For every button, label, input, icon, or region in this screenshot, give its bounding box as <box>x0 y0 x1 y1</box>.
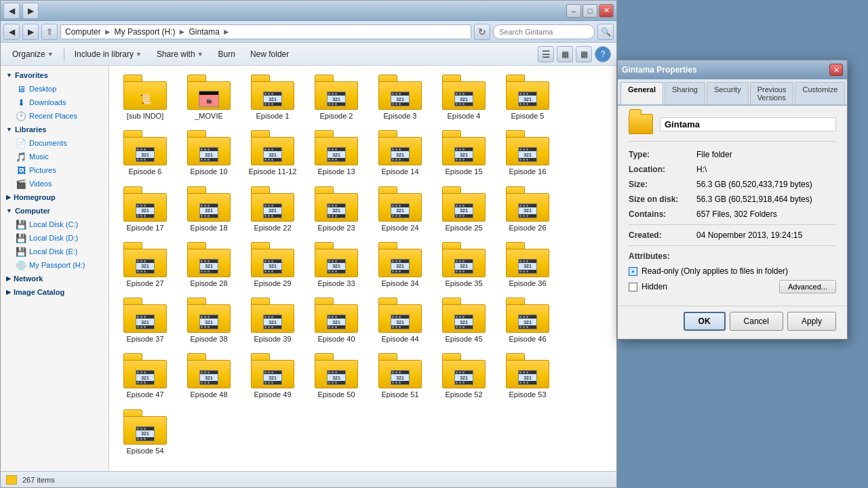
search-button[interactable]: 🔍 <box>597 24 614 40</box>
refresh-button[interactable]: ↻ <box>474 24 490 40</box>
include-in-library-button[interactable]: Include in library ▼ <box>68 45 148 63</box>
list-item[interactable]: 🎬 _MOVIE <box>178 71 239 124</box>
help-button[interactable]: ? <box>595 46 611 62</box>
sidebar-item-downloads[interactable]: ⬇ Downloads <box>1 96 108 109</box>
list-item[interactable]: 321 Episode 14 <box>370 127 431 180</box>
list-item[interactable]: 321 Episode 37 <box>115 294 176 347</box>
list-item[interactable]: 321 Episode 5 <box>497 71 558 124</box>
list-item[interactable]: 321 Episode 18 <box>178 183 239 236</box>
list-item[interactable]: 321 Episode 3 <box>370 71 431 124</box>
share-with-button[interactable]: Share with ▼ <box>151 45 210 63</box>
homegroup-header[interactable]: ▶ Homegroup <box>1 190 108 204</box>
tab-customize[interactable]: Customize <box>795 82 845 104</box>
organize-button[interactable]: Organize ▼ <box>6 45 60 63</box>
list-item[interactable]: 321 Episode 11-12 <box>242 127 303 180</box>
list-item[interactable]: 321 Episode 53 <box>497 350 558 403</box>
forward-button[interactable]: ▶ <box>22 3 39 19</box>
list-item[interactable]: 321 Episode 13 <box>306 127 367 180</box>
computer-header[interactable]: ▼ Computer <box>1 204 108 218</box>
back-nav-button[interactable]: ◀ <box>3 24 20 40</box>
back-button[interactable]: ◀ <box>3 3 20 19</box>
list-item[interactable]: 321 Episode 22 <box>242 183 303 236</box>
list-item[interactable]: 📜 [sub INDO] <box>115 71 176 124</box>
list-item[interactable]: 321 Episode 1 <box>242 71 303 124</box>
advanced-button[interactable]: Advanced... <box>779 280 836 293</box>
favorites-header[interactable]: ▼ Favorites <box>1 68 108 82</box>
folder-label: Episode 50 <box>317 390 355 399</box>
list-item[interactable]: 321 Episode 28 <box>178 239 239 291</box>
list-item[interactable]: 321 Episode 34 <box>370 239 431 291</box>
list-item[interactable]: 321 Episode 54 <box>115 406 176 459</box>
list-item[interactable]: 321 Episode 2 <box>306 71 367 124</box>
sidebar-item-local-e[interactable]: 💾 Local Disk (E:) <box>1 245 108 258</box>
view-options-button[interactable]: ☰ <box>538 46 554 62</box>
folder-label: Episode 48 <box>190 390 227 399</box>
sidebar-item-music[interactable]: 🎵 Music <box>1 150 108 163</box>
sidebar-item-desktop[interactable]: 🖥 Desktop <box>1 82 108 96</box>
image-catalog-header[interactable]: ▶ Image Catalog <box>1 285 108 299</box>
minimize-button[interactable]: – <box>566 4 581 18</box>
view-toggle-button[interactable]: ▦ <box>557 46 573 62</box>
apply-button[interactable]: Apply <box>787 312 836 331</box>
tab-general[interactable]: General <box>620 82 663 104</box>
list-item[interactable]: 321 Episode 46 <box>497 294 558 347</box>
list-item[interactable]: 321 Episode 49 <box>242 350 303 403</box>
cancel-button[interactable]: Cancel <box>730 312 783 331</box>
tab-sharing[interactable]: Sharing <box>665 82 705 104</box>
close-button[interactable]: ✕ <box>599 4 614 18</box>
list-item[interactable]: 321 Episode 45 <box>433 294 494 347</box>
sidebar-item-pictures[interactable]: 🖼 Pictures <box>1 163 108 177</box>
list-item[interactable]: 321 Episode 23 <box>306 183 367 236</box>
list-item[interactable]: 321 Episode 27 <box>115 239 176 291</box>
list-item[interactable]: 321 Episode 16 <box>497 127 558 180</box>
search-input[interactable] <box>493 24 595 39</box>
network-header[interactable]: ▶ Network <box>1 272 108 285</box>
folder-label: Episode 26 <box>509 223 546 232</box>
maximize-button[interactable]: □ <box>583 4 597 18</box>
list-item[interactable]: 321 Episode 24 <box>370 183 431 236</box>
list-item[interactable]: 321 Episode 15 <box>433 127 494 180</box>
sidebar-item-local-c[interactable]: 💾 Local Disk (C:) <box>1 218 108 231</box>
list-item[interactable]: 321 Episode 25 <box>433 183 494 236</box>
folder-label: Episode 36 <box>509 279 546 288</box>
list-item[interactable]: 321 Episode 17 <box>115 183 176 236</box>
list-item[interactable]: 321 Episode 52 <box>433 350 494 403</box>
list-item[interactable]: 321 Episode 47 <box>115 350 176 403</box>
list-item[interactable]: 321 Episode 36 <box>497 239 558 291</box>
tab-security[interactable]: Security <box>707 82 749 104</box>
sidebar-item-recent-places[interactable]: 🕐 Recent Places <box>1 109 108 123</box>
up-button[interactable]: ⇧ <box>41 24 58 40</box>
list-item[interactable]: 321 Episode 26 <box>497 183 558 236</box>
list-item[interactable]: 321 Episode 38 <box>178 294 239 347</box>
ok-button[interactable]: OK <box>684 312 726 331</box>
address-path[interactable]: Computer ► My Passport (H:) ► Gintama ► <box>60 24 471 39</box>
sidebar-item-my-passport[interactable]: 💿 My Passport (H:) <box>1 258 108 272</box>
tab-previous-versions[interactable]: Previous Versions <box>750 82 794 104</box>
list-item[interactable]: 321 Episode 29 <box>242 239 303 291</box>
list-item[interactable]: 321 Episode 51 <box>370 350 431 403</box>
forward-nav-button[interactable]: ▶ <box>22 24 39 40</box>
list-item[interactable]: 321 Episode 44 <box>370 294 431 347</box>
libraries-header[interactable]: ▼ Libraries <box>1 123 108 136</box>
folder-icon: 321 <box>123 242 167 277</box>
folder-name-input[interactable] <box>660 117 836 131</box>
hidden-checkbox[interactable] <box>629 283 637 291</box>
dialog-close-button[interactable]: ✕ <box>829 64 843 76</box>
list-item[interactable]: 321 Episode 33 <box>306 239 367 291</box>
preview-pane-button[interactable]: ▦ <box>576 46 592 62</box>
list-item[interactable]: 321 Episode 50 <box>306 350 367 403</box>
folder-icon: 321 <box>251 298 294 333</box>
sidebar-item-videos[interactable]: 🎬 Videos <box>1 177 108 190</box>
sidebar-item-documents[interactable]: 📄 Documents <box>1 136 108 150</box>
list-item[interactable]: 321 Episode 40 <box>306 294 367 347</box>
list-item[interactable]: 321 Episode 10 <box>178 127 239 180</box>
readonly-checkbox[interactable] <box>629 267 637 276</box>
list-item[interactable]: 321 Episode 39 <box>242 294 303 347</box>
list-item[interactable]: 321 Episode 4 <box>433 71 494 124</box>
list-item[interactable]: 321 Episode 48 <box>178 350 239 403</box>
burn-button[interactable]: Burn <box>212 45 241 63</box>
new-folder-button[interactable]: New folder <box>244 45 295 63</box>
sidebar-item-local-d[interactable]: 💾 Local Disk (D:) <box>1 231 108 245</box>
list-item[interactable]: 321 Episode 6 <box>115 127 176 180</box>
list-item[interactable]: 321 Episode 35 <box>433 239 494 291</box>
